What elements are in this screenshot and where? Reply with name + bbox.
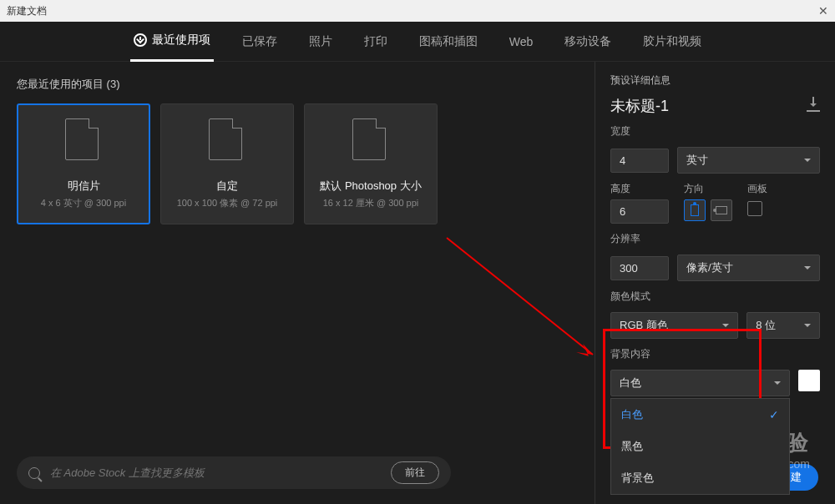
tab-saved[interactable]: 已保存 (239, 23, 281, 61)
check-icon: ✓ (769, 408, 779, 421)
portrait-icon (691, 204, 699, 216)
tab-film[interactable]: 胶片和视频 (640, 23, 705, 61)
search-input[interactable] (50, 466, 381, 479)
tab-label: 图稿和插图 (419, 34, 478, 49)
left-panel: 您最近使用的项目 (3) 明信片 4 x 6 英寸 @ 300 ppi 自定 1… (0, 62, 595, 504)
tab-label: 胶片和视频 (643, 34, 701, 49)
height-input[interactable] (610, 199, 669, 224)
doc-icon (65, 118, 102, 164)
background-dropdown: 白色✓ 黑色 背景色 (610, 398, 790, 495)
res-label: 分辨率 (610, 232, 820, 246)
width-label: 宽度 (610, 124, 820, 139)
color-mode-select[interactable]: RGB 颜色 (610, 312, 738, 339)
tab-label: 最近使用项 (152, 33, 210, 48)
color-label: 颜色模式 (610, 290, 820, 304)
resolution-unit-select[interactable]: 像素/英寸 (677, 255, 820, 281)
artboard-checkbox[interactable] (747, 201, 762, 216)
tab-label: Web (509, 35, 534, 48)
document-name[interactable]: 未标题-1 (610, 96, 669, 116)
chevron-down-icon (804, 324, 811, 330)
bg-option-white[interactable]: 白色✓ (611, 399, 789, 431)
card-sub: 4 x 6 英寸 @ 300 ppi (41, 197, 126, 209)
resolution-input[interactable] (610, 256, 669, 280)
orientation-portrait[interactable] (684, 199, 706, 221)
doc-icon (352, 118, 389, 164)
save-preset-icon[interactable] (807, 100, 820, 112)
chevron-down-icon (804, 159, 811, 165)
card-title: 明信片 (68, 179, 100, 194)
go-button[interactable]: 前往 (391, 461, 439, 484)
orientation-landscape[interactable] (711, 199, 732, 221)
titlebar: 新建文档 ✕ (0, 0, 835, 22)
search-icon (28, 467, 40, 479)
card-title: 默认 Photoshop 大小 (320, 179, 421, 194)
doc-icon (209, 118, 245, 164)
tabs: 最近使用项 已保存 照片 打印 图稿和插图 Web 移动设备 胶片和视频 (0, 22, 835, 62)
chevron-down-icon (804, 266, 811, 273)
stock-search: 前往 (17, 456, 451, 489)
clock-icon (134, 33, 147, 47)
background-select[interactable]: 白色 (610, 370, 790, 396)
tab-label: 移动设备 (564, 34, 611, 49)
landscape-icon (716, 206, 727, 214)
bg-label: 背景内容 (610, 347, 820, 361)
card-title: 自定 (216, 179, 238, 194)
recent-cards: 明信片 4 x 6 英寸 @ 300 ppi 自定 100 x 100 像素 @… (17, 103, 578, 224)
card-sub: 16 x 12 厘米 @ 300 ppi (323, 197, 419, 209)
tab-print[interactable]: 打印 (361, 23, 391, 61)
width-input[interactable] (610, 149, 669, 173)
tab-label: 已保存 (242, 34, 277, 49)
preset-card-postcard[interactable]: 明信片 4 x 6 英寸 @ 300 ppi (17, 103, 150, 224)
width-unit-select[interactable]: 英寸 (677, 147, 820, 174)
chevron-down-icon (774, 381, 781, 388)
preset-card-custom[interactable]: 自定 100 x 100 像素 @ 72 ppi (160, 103, 294, 224)
bg-option-bgcolor[interactable]: 背景色 (611, 462, 789, 494)
tab-art[interactable]: 图稿和插图 (416, 23, 481, 61)
preset-header: 预设详细信息 (610, 73, 820, 88)
preset-panel: 预设详细信息 未标题-1 宽度 英寸 高度 方向 画板 (595, 62, 835, 504)
tab-web[interactable]: Web (506, 23, 537, 60)
window-title: 新建文档 (7, 4, 818, 18)
bg-option-black[interactable]: 黑色 (611, 431, 789, 462)
close-icon[interactable]: ✕ (818, 4, 828, 18)
tab-label: 打印 (364, 34, 387, 49)
bg-color-swatch[interactable] (798, 370, 820, 391)
chevron-down-icon (722, 324, 729, 330)
artboard-label: 画板 (747, 182, 767, 196)
color-depth-select[interactable]: 8 位 (746, 312, 820, 339)
recent-heading: 您最近使用的项目 (3) (17, 77, 578, 92)
tab-recent[interactable]: 最近使用项 (130, 21, 214, 62)
height-label: 高度 (610, 182, 669, 196)
orient-label: 方向 (684, 182, 732, 196)
preset-card-default[interactable]: 默认 Photoshop 大小 16 x 12 厘米 @ 300 ppi (304, 103, 438, 224)
tab-label: 照片 (309, 34, 332, 49)
tab-photo[interactable]: 照片 (306, 23, 336, 61)
tab-mobile[interactable]: 移动设备 (561, 23, 615, 61)
card-sub: 100 x 100 像素 @ 72 ppi (177, 197, 278, 209)
